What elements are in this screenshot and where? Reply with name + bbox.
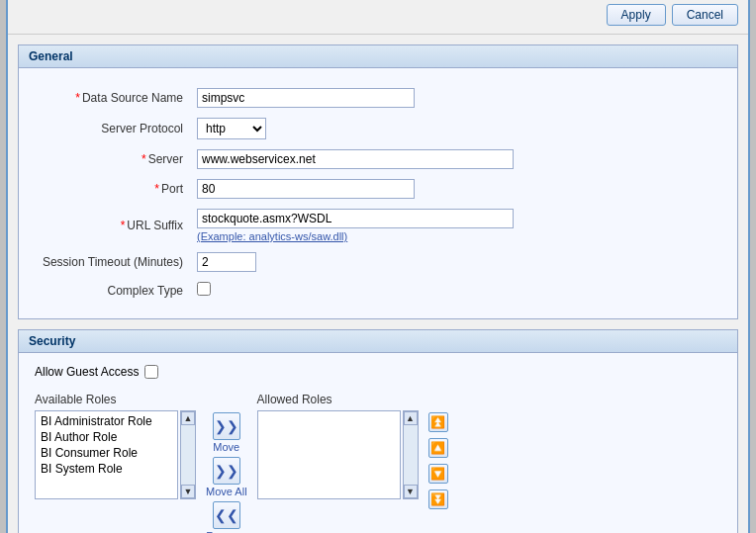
port-row: *Port	[31, 175, 725, 203]
sort-up-button[interactable]: 🔼	[428, 438, 448, 458]
port-label: *Port	[31, 175, 189, 203]
move-label: Move	[213, 441, 239, 453]
required-star-port: *	[154, 182, 159, 196]
available-roles-listbox[interactable]: BI Administrator Role BI Author Role BI …	[35, 410, 178, 499]
allowed-roles-listbox[interactable]	[257, 410, 401, 499]
required-star-server: *	[142, 152, 146, 166]
list-item[interactable]: BI Consumer Role	[38, 445, 175, 461]
server-input[interactable]	[197, 149, 514, 169]
allowed-roles-label: Allowed Roles	[257, 393, 419, 406]
allowed-scrollbar-down-btn[interactable]: ▼	[404, 485, 418, 498]
session-timeout-row: Session Timeout (Minutes)	[31, 248, 725, 276]
cancel-button[interactable]: Cancel	[672, 4, 738, 26]
url-suffix-label: *URL Suffix	[31, 205, 189, 246]
required-star-url: *	[121, 219, 126, 232]
move-all-group: ❯❯ Move All	[206, 457, 247, 497]
allowed-roles-column: Allowed Roles ▲ ▼	[257, 393, 419, 499]
data-source-name-label: *Data Source Name	[31, 84, 189, 112]
url-suffix-example: (Example: analytics-ws/saw.dll)	[197, 230, 719, 242]
roles-area: Available Roles BI Administrator Role BI…	[35, 393, 721, 533]
remove-group: ❮❮ Remove	[206, 501, 246, 533]
guest-access-row: Allow Guest Access	[35, 365, 721, 379]
add-data-source-dialog: Add Data Source Apply Cancel General *Da…	[6, 0, 750, 533]
sort-down-button[interactable]: 🔽	[428, 464, 448, 484]
session-timeout-label: Session Timeout (Minutes)	[31, 248, 189, 276]
data-source-name-input[interactable]	[197, 88, 415, 108]
available-roles-scrollbar: ▲ ▼	[180, 410, 196, 499]
move-group: ❯❯ Move	[213, 412, 240, 453]
available-roles-label: Available Roles	[35, 393, 196, 406]
allow-guest-label: Allow Guest Access	[35, 365, 139, 379]
dialog-toolbar: Apply Cancel	[8, 0, 748, 35]
url-suffix-row: *URL Suffix (Example: analytics-ws/saw.d…	[31, 205, 725, 246]
move-button[interactable]: ❯❯	[213, 412, 240, 440]
move-all-label: Move All	[206, 486, 247, 497]
remove-button[interactable]: ❮❮	[213, 501, 240, 529]
complex-type-row: Complex Type	[31, 278, 725, 303]
list-item[interactable]: BI Author Role	[38, 429, 175, 445]
available-roles-column: Available Roles BI Administrator Role BI…	[35, 393, 196, 499]
general-section-header: General	[19, 45, 737, 68]
server-protocol-label: Server Protocol	[31, 114, 189, 143]
scrollbar-up-btn[interactable]: ▲	[181, 411, 195, 425]
url-suffix-input[interactable]	[197, 209, 514, 228]
general-section: General *Data Source Name Server Protoco…	[18, 44, 738, 319]
security-section: Security Allow Guest Access Available Ro…	[18, 329, 738, 533]
move-buttons-area: ❯❯ Move ❯❯ Move All ❮❮ Remove	[206, 393, 247, 533]
allow-guest-checkbox[interactable]	[144, 365, 158, 379]
sort-bottom-button[interactable]: ⏬	[428, 489, 448, 509]
allowed-scrollbar-up-btn[interactable]: ▲	[404, 411, 418, 425]
data-source-name-row: *Data Source Name	[31, 84, 725, 112]
required-star: *	[75, 91, 80, 105]
apply-button[interactable]: Apply	[607, 4, 666, 26]
server-label: *Server	[31, 145, 189, 173]
complex-type-checkbox[interactable]	[197, 282, 211, 296]
server-protocol-row: Server Protocol http https	[31, 114, 725, 143]
security-section-header: Security	[19, 330, 737, 353]
list-item[interactable]: BI System Role	[38, 461, 175, 477]
security-section-body: Allow Guest Access Available Roles BI Ad…	[19, 353, 737, 533]
complex-type-label: Complex Type	[31, 278, 189, 303]
list-item[interactable]: BI Administrator Role	[38, 413, 175, 429]
port-input[interactable]	[197, 179, 415, 199]
scrollbar-down-btn[interactable]: ▼	[181, 485, 195, 498]
sort-top-button[interactable]: ⏫	[428, 412, 448, 432]
server-row: *Server	[31, 145, 725, 173]
general-form-table: *Data Source Name Server Protocol http h…	[29, 82, 727, 305]
side-sort-buttons: ⏫ 🔼 🔽 ⏬	[428, 393, 448, 509]
general-section-body: *Data Source Name Server Protocol http h…	[19, 68, 737, 318]
session-timeout-input[interactable]	[197, 252, 256, 272]
server-protocol-select[interactable]: http https	[197, 118, 266, 139]
allowed-roles-scrollbar: ▲ ▼	[403, 410, 419, 499]
move-all-button[interactable]: ❯❯	[213, 457, 240, 485]
